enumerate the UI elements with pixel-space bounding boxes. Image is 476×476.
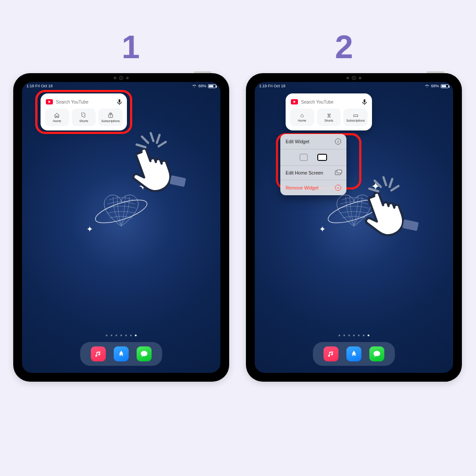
status-time-date: 1:19 Fri Oct 18	[259, 84, 286, 88]
app-apple-music[interactable]	[324, 346, 338, 361]
svg-line-2	[151, 133, 153, 141]
battery-icon	[208, 84, 216, 88]
ipad-frame-1: 1:18 Fri Oct 18 68% Search YouTube	[13, 73, 229, 382]
page-indicator[interactable]	[106, 335, 137, 336]
svg-line-6	[159, 142, 166, 146]
subscriptions-icon	[108, 112, 114, 119]
svg-line-13	[391, 186, 398, 190]
wifi-icon	[425, 84, 429, 88]
tile-label: Shorts	[79, 119, 88, 123]
mic-icon[interactable]	[117, 99, 122, 105]
widget-tile-home[interactable]: ⌂ Home	[290, 108, 314, 126]
shorts-icon: ⧖	[327, 112, 331, 118]
step-number-1: 1	[122, 28, 140, 66]
home-icon	[54, 112, 60, 119]
app-messages[interactable]	[369, 346, 384, 361]
tap-hand-cursor	[346, 176, 421, 253]
apps-grid-icon	[335, 171, 341, 175]
home-screen[interactable]: 1:18 Fri Oct 18 68% Search YouTube	[22, 82, 220, 373]
app-app-store[interactable]	[114, 346, 129, 361]
svg-line-5	[137, 145, 145, 147]
menu-edit-widget[interactable]: Edit Widget i	[280, 134, 346, 149]
svg-rect-14	[402, 219, 419, 231]
youtube-logo-icon	[46, 99, 53, 104]
status-bar: 1:18 Fri Oct 18 68%	[22, 84, 220, 88]
sparkle-icon: ✦	[319, 224, 326, 234]
youtube-search-bar[interactable]: Search YouTube	[45, 98, 123, 108]
widget-tile-subscriptions[interactable]: ▭ Subscriptions	[343, 108, 368, 126]
app-apple-music[interactable]	[91, 346, 106, 361]
mic-icon[interactable]	[362, 99, 367, 105]
shorts-icon	[81, 112, 87, 119]
status-bar: 1:19 Fri Oct 18 68%	[255, 84, 453, 88]
notch	[104, 76, 139, 80]
sparkle-icon: ✦	[86, 224, 93, 234]
svg-line-11	[375, 181, 381, 187]
page-indicator[interactable]	[338, 335, 369, 336]
search-placeholder: Search YouTube	[301, 100, 359, 104]
search-placeholder: Search YouTube	[56, 100, 114, 104]
tap-hand-cursor	[114, 132, 189, 209]
svg-line-12	[369, 189, 378, 191]
tile-label: Home	[298, 119, 306, 122]
menu-label: Edit Home Screen	[286, 170, 323, 175]
menu-edit-home-screen[interactable]: Edit Home Screen	[280, 166, 346, 180]
svg-rect-7	[170, 175, 186, 187]
youtube-widget-wrap: Search YouTube Home Shorts Subscriptions	[41, 93, 127, 130]
battery-icon	[441, 84, 449, 88]
menu-label: Edit Widget	[286, 139, 309, 144]
step-number-2: 2	[335, 28, 353, 66]
app-messages[interactable]	[137, 346, 152, 361]
menu-widget-sizes[interactable]	[280, 149, 346, 166]
tile-label: Subscriptions	[101, 119, 120, 123]
youtube-widget[interactable]: Search YouTube Home Shorts Subscriptions	[41, 93, 127, 130]
subscriptions-icon: ▭	[353, 112, 358, 118]
home-icon: ⌂	[300, 112, 304, 118]
svg-line-9	[383, 177, 386, 185]
svg-line-10	[390, 179, 392, 187]
status-time-date: 1:18 Fri Oct 18	[26, 84, 53, 88]
widget-tile-shorts[interactable]: Shorts	[72, 108, 96, 126]
youtube-logo-icon	[291, 99, 298, 104]
svg-line-4	[142, 137, 148, 143]
widget-tile-shorts[interactable]: ⧖ Shorts	[317, 108, 341, 126]
dock	[313, 342, 395, 366]
size-medium-icon[interactable]	[317, 154, 327, 161]
info-icon: i	[335, 138, 341, 145]
size-small-icon[interactable]	[300, 154, 308, 161]
youtube-widget[interactable]: Search YouTube ⌂ Home ⧖ Shorts ▭ Subscri…	[286, 93, 372, 130]
tile-label: Shorts	[324, 119, 333, 122]
tile-label: Home	[53, 119, 61, 123]
battery-percent: 68%	[431, 84, 439, 88]
widget-tile-subscriptions[interactable]: Subscriptions	[98, 108, 123, 126]
widget-tile-home[interactable]: Home	[45, 108, 69, 126]
app-app-store[interactable]	[346, 346, 361, 361]
wifi-icon	[192, 84, 197, 88]
tile-label: Subscriptions	[346, 119, 365, 122]
notch	[336, 76, 372, 80]
svg-line-3	[157, 135, 160, 143]
battery-percent: 68%	[198, 84, 206, 88]
dock	[80, 342, 162, 366]
menu-label: Remove Widget	[286, 185, 319, 190]
youtube-search-bar[interactable]: Search YouTube	[290, 98, 368, 108]
